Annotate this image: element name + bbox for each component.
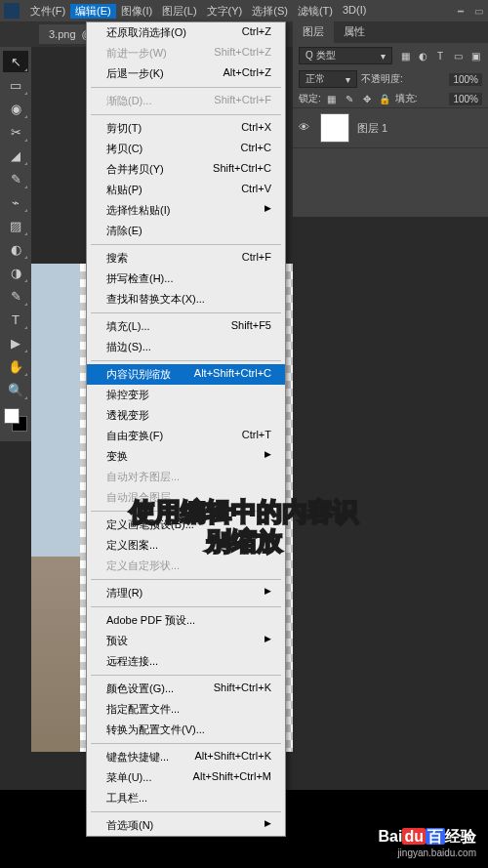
menu-item[interactable]: 还原取消选择(O)Ctrl+Z [87,22,285,43]
menubar-item[interactable]: 文件(F) [25,4,70,19]
tool-button[interactable]: ✎ [3,168,28,189]
menu-item[interactable]: 远程连接... [87,651,285,672]
submenu-arrow-icon: ▶ [264,203,271,218]
panel-tabs: 图层 属性 [293,21,488,43]
menubar-item[interactable]: 3D(I) [338,4,371,19]
tab-properties[interactable]: 属性 [334,21,375,43]
menu-item[interactable]: 转换为配置文件(V)... [87,720,285,740]
menu-item[interactable]: 描边(S)... [87,337,285,357]
menu-item[interactable]: 内容识别缩放Alt+Shift+Ctrl+C [87,364,285,385]
menu-item[interactable]: 工具栏... [87,788,285,808]
menu-item[interactable]: 首选项(N)▶ [87,815,285,836]
baidu-du-icon: du [402,828,426,845]
menu-item[interactable]: 预设▶ [87,631,285,651]
menu-item[interactable]: 选择性粘贴(I)▶ [87,200,285,221]
toolbox: ↖▭◉✂◢✎⌁▨◐◑✎T▶✋🔍 [0,47,31,441]
menu-item[interactable]: 菜单(U)...Alt+Shift+Ctrl+M [87,767,285,788]
menu-item[interactable]: 清理(R)▶ [87,583,285,603]
menu-item: 前进一步(W)Shift+Ctrl+Z [87,43,285,63]
fill-label: 填充: [395,92,418,105]
menu-item[interactable]: 操控变形 [87,385,285,405]
watermark-url: jingyan.baidu.com [379,847,476,858]
menubar-item[interactable]: 滤镜(T) [293,4,338,19]
submenu-arrow-icon: ▶ [264,449,271,464]
menu-item[interactable]: 后退一步(K)Alt+Ctrl+Z [87,63,285,84]
edit-menu: 还原取消选择(O)Ctrl+Z前进一步(W)Shift+Ctrl+Z后退一步(K… [86,21,286,837]
menu-item[interactable]: 查找和替换文本(X)... [87,289,285,310]
filter-shape-icon[interactable]: ▭ [451,49,465,62]
lock-pixel-icon[interactable]: ✎ [343,92,356,105]
submenu-arrow-icon: ▶ [264,818,271,833]
blend-mode-select[interactable]: 正常▾ [299,70,357,88]
menu-item: 渐隐(D)...Shift+Ctrl+F [87,91,285,111]
menu-item[interactable]: 指定配置文件... [87,699,285,720]
menu-item[interactable]: 剪切(T)Ctrl+X [87,118,285,139]
lock-all-icon[interactable]: 🔒 [378,92,391,105]
tool-button[interactable]: ▶ [3,332,28,353]
menu-item[interactable]: 颜色设置(G)...Shift+Ctrl+K [87,679,285,699]
tool-button[interactable]: ▨ [3,215,28,236]
tool-button[interactable]: ▭ [3,74,28,96]
menu-item[interactable]: 拷贝(C)Ctrl+C [87,139,285,159]
menu-item: 自动对齐图层... [87,467,285,487]
tool-button[interactable]: ↖ [3,51,28,72]
tool-button[interactable]: ◑ [3,262,28,283]
lock-label: 锁定: [299,92,321,105]
menubar-item[interactable]: 选择(S) [247,4,293,19]
layer-name[interactable]: 图层 1 [357,121,387,136]
opacity-value[interactable]: 100% [449,73,482,86]
chevron-down-icon: ▾ [381,51,386,62]
menu-item[interactable]: 粘贴(P)Ctrl+V [87,180,285,200]
menu-item[interactable]: 填充(L)...Shift+F5 [87,316,285,337]
watermark: Baidu百经验 jingyan.baidu.com [379,827,476,858]
menubar-item[interactable]: 图层(L) [157,4,201,19]
tool-button[interactable]: ◢ [3,145,28,166]
tab-layers[interactable]: 图层 [293,21,334,43]
menu-item[interactable]: 变换▶ [87,446,285,467]
panels: 图层 属性 Q 类型▾ ▦ ◐ T ▭ ▣ 正常▾ 不透明度: 100% 锁定:… [293,21,488,217]
submenu-arrow-icon: ▶ [264,586,271,600]
menu-item[interactable]: 清除(E) [87,221,285,241]
tool-button[interactable]: 🔍 [3,379,28,400]
menubar-item[interactable]: 文字(Y) [202,4,248,19]
menubar-item[interactable]: 图像(I) [116,4,157,19]
visibility-icon[interactable]: 👁 [299,121,312,135]
menubar: 文件(F)编辑(E)图像(I)图层(L)文字(Y)选择(S)滤镜(T)3D(I)… [0,0,488,21]
minimize-icon[interactable]: ━ [455,6,467,16]
tool-button[interactable]: ✋ [3,355,28,377]
lock-position-icon[interactable]: ✥ [360,92,374,105]
tool-button[interactable]: ◉ [3,98,28,119]
filter-pixel-icon[interactable]: ▦ [398,49,412,62]
submenu-arrow-icon: ▶ [264,634,271,648]
fill-value[interactable]: 100% [449,93,482,105]
opacity-label: 不透明度: [361,72,403,86]
menu-item[interactable]: 合并拷贝(Y)Shift+Ctrl+C [87,159,285,180]
menu-item[interactable]: 自由变换(F)Ctrl+T [87,426,285,446]
tool-button[interactable]: ✂ [3,121,28,143]
menu-item: 定义自定形状... [87,556,285,576]
menu-item[interactable]: 键盘快捷键...Alt+Shift+Ctrl+K [87,747,285,767]
menu-item[interactable]: 透视变形 [87,405,285,426]
filter-adjust-icon[interactable]: ◐ [416,49,429,62]
color-swatch[interactable] [4,408,27,432]
window-controls: ━ ▭ [455,6,484,16]
canvas-image [31,264,80,752]
video-caption: 使用编辑中的内容识 别缩放 [130,498,358,557]
layer-thumbnail[interactable] [320,113,349,143]
maximize-icon[interactable]: ▭ [472,6,484,16]
layer-row[interactable]: 👁 图层 1 [293,107,488,148]
app-logo-icon [4,3,20,19]
filter-type-icon[interactable]: T [433,49,447,62]
lock-transparent-icon[interactable]: ▦ [325,92,339,105]
layer-kind-select[interactable]: Q 类型▾ [299,47,392,64]
tool-button[interactable]: ⌁ [3,191,28,213]
menu-item[interactable]: 拼写检查(H)... [87,269,285,289]
tool-button[interactable]: ◐ [3,238,28,260]
filter-smart-icon[interactable]: ▣ [468,49,482,62]
chevron-down-icon: ▾ [346,74,350,85]
menu-item[interactable]: Adobe PDF 预设... [87,610,285,631]
tool-button[interactable]: ✎ [3,285,28,307]
tool-button[interactable]: T [3,309,28,330]
menubar-item[interactable]: 编辑(E) [70,4,116,19]
menu-item[interactable]: 搜索Ctrl+F [87,248,285,269]
